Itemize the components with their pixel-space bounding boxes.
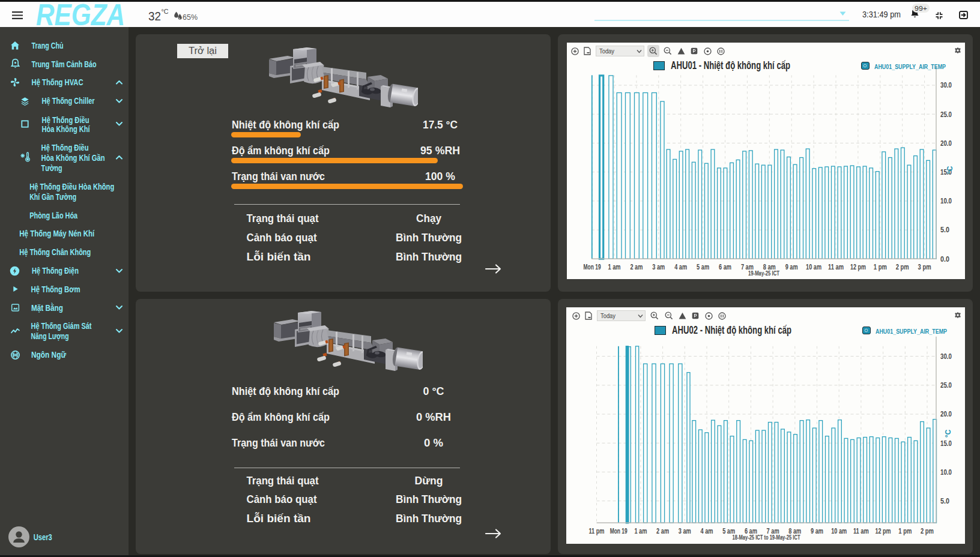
- svg-text:10.0: 10.0: [940, 468, 952, 477]
- svg-text:25.0: 25.0: [940, 381, 952, 390]
- svg-text:11 am: 11 am: [828, 263, 844, 271]
- svg-text:3 pm: 3 pm: [918, 263, 931, 271]
- svg-text:11 pm: 11 pm: [589, 527, 605, 535]
- svg-text:3 am: 3 am: [652, 263, 665, 271]
- svg-text:Mon 19: Mon 19: [610, 527, 628, 535]
- svg-text:Mon 19: Mon 19: [584, 263, 601, 271]
- svg-text:1 am: 1 am: [608, 263, 621, 271]
- svg-text:5.0: 5.0: [940, 226, 949, 234]
- svg-text:12 pm: 12 pm: [850, 263, 866, 271]
- svg-text:10 am: 10 am: [831, 527, 847, 535]
- svg-text:2 pm: 2 pm: [896, 263, 909, 271]
- svg-text:2 pm: 2 pm: [921, 527, 934, 535]
- svg-text:5.0: 5.0: [940, 497, 949, 505]
- svg-text:9 am: 9 am: [785, 263, 798, 271]
- svg-text:30.0: 30.0: [940, 352, 952, 361]
- svg-text:19-May-25 ICT: 19-May-25 ICT: [748, 269, 779, 277]
- svg-text:30.0: 30.0: [940, 81, 952, 89]
- svg-text:4 am: 4 am: [701, 527, 713, 535]
- svg-text:6 am: 6 am: [719, 263, 731, 271]
- svg-text:0.0: 0.0: [940, 255, 949, 263]
- svg-text:11 am: 11 am: [853, 527, 869, 535]
- svg-text:°C: °C: [946, 166, 954, 174]
- svg-text:4 am: 4 am: [674, 263, 687, 271]
- svg-text:1 pm: 1 pm: [874, 263, 887, 271]
- svg-text:9 am: 9 am: [811, 527, 823, 535]
- svg-text:°C: °C: [944, 429, 952, 438]
- svg-text:25.0: 25.0: [940, 110, 952, 119]
- svg-text:2 am: 2 am: [630, 263, 643, 271]
- svg-text:10 am: 10 am: [806, 263, 821, 271]
- svg-text:1 am: 1 am: [634, 527, 647, 535]
- svg-text:10.0: 10.0: [940, 197, 952, 205]
- svg-text:1 pm: 1 pm: [898, 527, 912, 535]
- svg-text:15.0: 15.0: [940, 439, 952, 448]
- svg-text:5 am: 5 am: [697, 263, 709, 271]
- svg-text:20.0: 20.0: [940, 410, 952, 418]
- svg-text:3 am: 3 am: [679, 527, 691, 535]
- svg-text:18-May-25 ICT to 19-May-25 ICT: 18-May-25 ICT to 19-May-25 ICT: [733, 534, 800, 541]
- svg-text:12 pm: 12 pm: [876, 527, 891, 535]
- svg-text:20.0: 20.0: [940, 139, 952, 148]
- svg-text:2 am: 2 am: [656, 527, 669, 535]
